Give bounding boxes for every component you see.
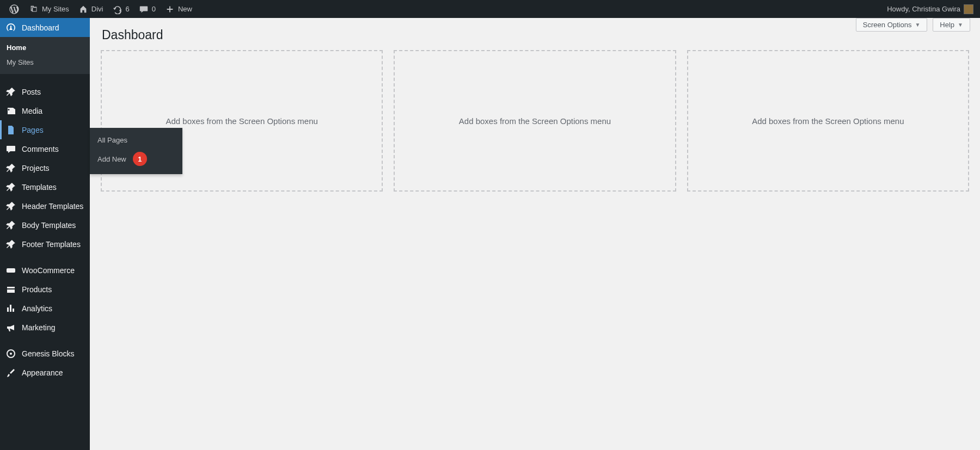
updates-link[interactable]: 6: [108, 0, 134, 18]
avatar: [964, 4, 973, 14]
menu-media[interactable]: Media: [0, 101, 90, 120]
comment-icon: [138, 4, 149, 15]
pin-icon: [5, 201, 16, 212]
menu-body-templates[interactable]: Body Templates: [0, 215, 90, 235]
brush-icon: [5, 367, 16, 378]
site-name-link[interactable]: Divi: [74, 0, 108, 18]
admin-bar-left: My Sites Divi 6 0 New: [4, 0, 197, 18]
wordpress-icon: [9, 4, 20, 15]
update-icon: [112, 4, 123, 15]
all-pages-label: All Pages: [97, 136, 127, 144]
submenu-pages-flyout: All Pages Add New 1: [90, 128, 182, 174]
menu-marketing[interactable]: Marketing: [0, 318, 90, 337]
menu-woocommerce-label: WooCommerce: [22, 266, 75, 275]
menu-comments[interactable]: Comments: [0, 139, 90, 158]
widget-column-2: Add boxes from the Screen Options menu: [394, 50, 676, 192]
analytics-icon: [5, 303, 16, 314]
submenu-home[interactable]: Home: [0, 40, 90, 55]
empty-widget-text: Add boxes from the Screen Options menu: [459, 116, 611, 126]
menu-footer-templates[interactable]: Footer Templates: [0, 235, 90, 254]
menu-body-templates-label: Body Templates: [22, 221, 76, 230]
my-sites-link[interactable]: My Sites: [24, 0, 74, 18]
menu-appearance[interactable]: Appearance: [0, 363, 90, 382]
menu-pages[interactable]: Pages: [0, 120, 90, 139]
new-text: New: [178, 5, 192, 13]
pin-icon: [5, 239, 16, 250]
pin-icon: [5, 182, 16, 193]
menu-posts-label: Posts: [22, 88, 41, 96]
empty-widget-text: Add boxes from the Screen Options menu: [752, 116, 904, 126]
page-title: Dashboard: [101, 18, 969, 50]
menu-pages-label: Pages: [22, 126, 44, 134]
megaphone-icon: [5, 322, 16, 333]
genesis-icon: [5, 348, 16, 359]
menu-appearance-label: Appearance: [22, 368, 63, 377]
home-icon: [78, 4, 89, 15]
menu-analytics[interactable]: Analytics: [0, 299, 90, 318]
menu-projects-label: Projects: [22, 164, 50, 172]
admin-bar: My Sites Divi 6 0 New Howdy,: [0, 0, 980, 18]
multisite-icon: [28, 4, 39, 15]
plus-icon: [164, 4, 175, 15]
svg-rect-0: [7, 268, 15, 273]
menu-templates[interactable]: Templates: [0, 177, 90, 196]
main-content: Dashboard Add boxes from the Screen Opti…: [90, 18, 980, 450]
submenu-all-pages[interactable]: All Pages: [90, 132, 182, 148]
menu-products[interactable]: Products: [0, 280, 90, 299]
comments-count: 0: [152, 5, 156, 13]
woocommerce-icon: [5, 265, 16, 276]
comments-link[interactable]: 0: [134, 0, 160, 18]
menu-comments-label: Comments: [22, 145, 59, 153]
admin-bar-right[interactable]: Howdy, Christina Gwira: [887, 4, 976, 14]
menu-posts[interactable]: Posts: [0, 82, 90, 101]
dashboard-widgets: Add boxes from the Screen Options menu A…: [101, 50, 969, 192]
menu-media-label: Media: [22, 107, 42, 115]
empty-widget-text: Add boxes from the Screen Options menu: [166, 116, 318, 126]
menu-header-templates[interactable]: Header Templates: [0, 196, 90, 215]
submenu-add-new-page[interactable]: Add New 1: [90, 148, 182, 170]
menu-header-templates-label: Header Templates: [22, 202, 83, 211]
menu-footer-templates-label: Footer Templates: [22, 240, 81, 249]
pin-icon: [5, 87, 16, 97]
media-icon: [5, 106, 16, 116]
menu-dashboard[interactable]: Dashboard: [0, 18, 90, 37]
comments-icon: [5, 144, 16, 155]
menu-dashboard-label: Dashboard: [22, 23, 59, 32]
submenu-dashboard: Home My Sites: [0, 37, 90, 74]
menu-genesis-label: Genesis Blocks: [22, 349, 74, 358]
menu-products-label: Products: [22, 285, 52, 294]
admin-sidebar: Dashboard Home My Sites Posts Media Page…: [0, 18, 90, 450]
products-icon: [5, 284, 16, 295]
pin-icon: [5, 220, 16, 231]
new-link[interactable]: New: [160, 0, 197, 18]
updates-count: 6: [126, 5, 130, 13]
add-new-label: Add New: [97, 155, 126, 163]
menu-marketing-label: Marketing: [22, 323, 55, 332]
my-sites-text: My Sites: [42, 5, 69, 13]
widget-column-3: Add boxes from the Screen Options menu: [687, 50, 969, 192]
dashboard-icon: [5, 22, 16, 33]
submenu-my-sites[interactable]: My Sites: [0, 55, 90, 70]
howdy-text: Howdy, Christina Gwira: [887, 5, 960, 13]
menu-woocommerce[interactable]: WooCommerce: [0, 261, 90, 280]
site-name-text: Divi: [91, 5, 103, 13]
page-icon: [5, 125, 16, 135]
menu-analytics-label: Analytics: [22, 304, 52, 313]
pin-icon: [5, 163, 16, 174]
annotation-step-1: 1: [133, 152, 147, 166]
menu-genesis-blocks[interactable]: Genesis Blocks: [0, 344, 90, 363]
svg-point-2: [10, 353, 12, 355]
menu-templates-label: Templates: [22, 183, 57, 192]
wp-logo[interactable]: [4, 0, 24, 18]
menu-projects[interactable]: Projects: [0, 158, 90, 177]
